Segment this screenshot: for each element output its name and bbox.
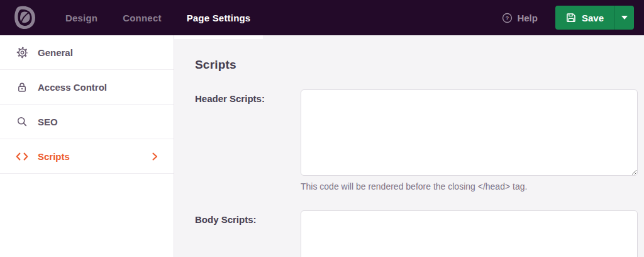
lock-icon xyxy=(16,81,28,93)
tab-page-settings[interactable]: Page Settings xyxy=(174,0,264,35)
sidebar-item-access-control[interactable]: Access Control xyxy=(0,70,174,105)
save-label: Save xyxy=(582,13,604,23)
top-nav: Design Connect Page Settings xyxy=(53,0,263,35)
save-floppy-icon xyxy=(566,13,576,23)
sidebar-item-scripts[interactable]: Scripts xyxy=(0,139,174,174)
header-scripts-textarea[interactable] xyxy=(301,89,638,176)
help-label: Help xyxy=(517,13,538,23)
sidebar-item-label: Scripts xyxy=(38,151,70,162)
search-icon xyxy=(16,116,28,127)
header-scripts-label: Header Scripts: xyxy=(195,89,301,191)
sidebar-item-label: Access Control xyxy=(38,82,107,93)
caret-down-icon xyxy=(621,16,628,20)
header-scripts-row: Header Scripts: This code will be render… xyxy=(195,89,644,191)
topbar-right: ? Help Save xyxy=(502,6,634,30)
chevron-right-icon xyxy=(152,152,158,161)
header-scripts-help: This code will be rendered before the cl… xyxy=(301,181,638,191)
sidebar-item-seo[interactable]: SEO xyxy=(0,105,174,139)
page-title: Scripts xyxy=(195,58,644,72)
settings-content: Scripts Header Scripts: This code will b… xyxy=(174,35,644,257)
settings-sidebar: General Access Control SEO xyxy=(0,35,174,257)
leaf-logo-icon xyxy=(14,6,36,30)
sidebar-item-label: SEO xyxy=(38,117,58,127)
save-split-button: Save xyxy=(555,6,634,30)
svg-text:?: ? xyxy=(506,14,509,21)
help-button[interactable]: ? Help xyxy=(502,13,538,23)
save-dropdown-button[interactable] xyxy=(614,6,634,30)
top-bar: Design Connect Page Settings ? Help Save xyxy=(0,0,644,35)
page-body: General Access Control SEO xyxy=(0,35,644,257)
code-icon xyxy=(16,152,28,161)
tab-connect[interactable]: Connect xyxy=(110,0,174,35)
body-scripts-label: Body Scripts: xyxy=(195,210,301,257)
sidebar-item-general[interactable]: General xyxy=(0,35,174,70)
header-scripts-field: This code will be rendered before the cl… xyxy=(301,89,638,191)
sidebar-item-label: General xyxy=(38,47,73,58)
save-button[interactable]: Save xyxy=(555,6,614,30)
body-scripts-row: Body Scripts: xyxy=(195,210,644,257)
help-icon: ? xyxy=(502,13,513,23)
tab-design[interactable]: Design xyxy=(53,0,110,35)
gear-icon xyxy=(16,47,28,59)
body-scripts-field xyxy=(301,210,638,257)
body-scripts-textarea[interactable] xyxy=(301,210,638,257)
seedprod-logo[interactable] xyxy=(14,6,36,30)
